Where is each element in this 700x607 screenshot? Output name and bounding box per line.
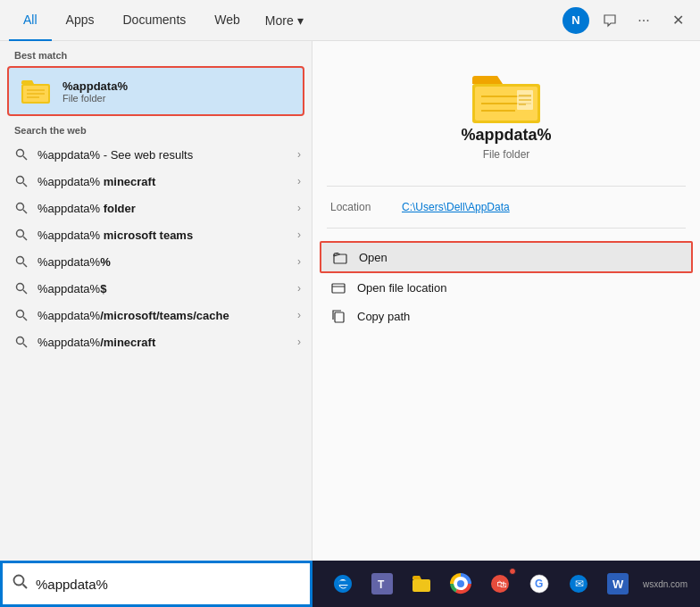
- search-icon: [14, 147, 29, 162]
- search-icon: [14, 201, 29, 215]
- list-item[interactable]: %appdata%% ›: [0, 248, 312, 275]
- taskbar-teams[interactable]: T: [364, 566, 400, 602]
- nav-controls: N ··· ✕: [562, 7, 691, 34]
- result-item-left: %appdata% minecraft: [14, 174, 155, 188]
- main-content: Best match %appdata% File folder: [0, 41, 700, 607]
- open-file-location-label: Open file location: [357, 281, 446, 295]
- right-folder-subtitle: File folder: [483, 148, 530, 161]
- svg-point-7: [17, 177, 24, 184]
- list-item[interactable]: %appdata% microsoft teams ›: [0, 221, 312, 248]
- svg-line-35: [23, 585, 28, 589]
- right-top: %appdata% File folder: [312, 41, 700, 179]
- result-text: %appdata%$: [38, 282, 106, 295]
- watermark: wsxdn.com: [643, 579, 688, 589]
- open-label: Open: [359, 251, 388, 264]
- open-file-location-action[interactable]: Open file location: [320, 273, 693, 302]
- open-icon: [332, 249, 348, 265]
- search-icon: [14, 281, 29, 295]
- tab-more[interactable]: More ▾: [254, 0, 314, 41]
- svg-rect-38: [412, 579, 430, 592]
- taskbar-google[interactable]: G: [521, 566, 557, 602]
- taskbar-mail[interactable]: ✉: [561, 566, 596, 602]
- tab-web[interactable]: Web: [200, 0, 254, 41]
- right-folder-title: %appdata%: [461, 126, 551, 145]
- list-item[interactable]: %appdata%$ ›: [0, 275, 312, 302]
- taskbar-files[interactable]: [404, 566, 439, 602]
- best-match-title: %appdata%: [62, 79, 128, 93]
- chevron-right-icon: ›: [297, 202, 301, 214]
- result-item-left: %appdata%%: [14, 254, 111, 269]
- svg-point-13: [17, 257, 24, 264]
- tab-all[interactable]: All: [9, 0, 52, 41]
- result-item-left: %appdata%$: [14, 281, 106, 295]
- tab-documents[interactable]: Documents: [108, 0, 200, 41]
- result-text: %appdata% minecraft: [38, 175, 155, 188]
- tab-apps[interactable]: Apps: [52, 0, 109, 41]
- svg-line-18: [23, 317, 27, 320]
- list-item[interactable]: %appdata%/microsoft/teams/cache ›: [0, 302, 312, 328]
- svg-line-8: [23, 183, 27, 187]
- copy-icon: [330, 308, 346, 324]
- chevron-down-icon: ▾: [297, 13, 304, 28]
- more-options-icon[interactable]: ···: [630, 7, 657, 34]
- search-input[interactable]: [36, 577, 300, 592]
- divider: [327, 228, 686, 229]
- folder-icon-large: [471, 68, 542, 126]
- taskbar-edge[interactable]: [325, 566, 361, 602]
- svg-text:W: W: [612, 578, 624, 591]
- svg-point-15: [17, 284, 24, 291]
- search-icon: [14, 174, 29, 188]
- folder-icon: [20, 75, 52, 107]
- result-item-left: %appdata%/minecraft: [14, 335, 155, 349]
- svg-point-19: [17, 337, 24, 345]
- best-match-item[interactable]: %appdata% File folder: [7, 66, 304, 116]
- location-label: Location: [330, 201, 384, 213]
- list-item[interactable]: %appdata% folder ›: [0, 195, 312, 221]
- copy-path-action[interactable]: Copy path: [320, 302, 693, 330]
- chevron-right-icon: ›: [297, 336, 301, 348]
- result-text: %appdata% microsoft teams: [38, 229, 193, 242]
- taskbar-word[interactable]: W: [600, 566, 636, 602]
- open-action[interactable]: Open: [320, 241, 693, 273]
- close-icon[interactable]: ✕: [664, 7, 691, 34]
- result-text: %appdata%/microsoft/teams/cache: [38, 309, 229, 322]
- svg-rect-33: [335, 312, 344, 322]
- result-text: %appdata%%: [38, 255, 111, 269]
- chevron-right-icon: ›: [297, 229, 301, 241]
- right-panel: %appdata% File folder Location C:\Users\…: [312, 41, 700, 607]
- location-path[interactable]: C:\Users\Dell\AppData: [402, 201, 510, 213]
- file-location-icon: [330, 279, 346, 295]
- svg-point-11: [17, 230, 24, 237]
- search-icon: [14, 254, 29, 269]
- svg-text:T: T: [378, 578, 385, 591]
- copy-path-label: Copy path: [357, 310, 410, 323]
- chevron-right-icon: ›: [297, 255, 301, 268]
- location-row: Location C:\Users\Dell\AppData: [312, 194, 700, 220]
- more-label: More: [265, 13, 294, 28]
- actions-list: Open Open file location: [312, 241, 700, 330]
- best-match-subtitle: File folder: [62, 93, 128, 104]
- feedback-icon[interactable]: [596, 7, 623, 34]
- list-item[interactable]: %appdata% - See web results ›: [0, 141, 312, 168]
- search-window: All Apps Documents Web More ▾ N ··· ✕ Be…: [0, 0, 700, 607]
- search-icon: [14, 308, 29, 322]
- best-match-text: %appdata% File folder: [62, 79, 128, 104]
- divider: [327, 186, 686, 187]
- top-nav: All Apps Documents Web More ▾ N ··· ✕: [0, 0, 700, 41]
- taskbar-store[interactable]: 🛍: [482, 566, 518, 602]
- list-item[interactable]: %appdata% minecraft ›: [0, 168, 312, 195]
- search-bar-area[interactable]: [0, 561, 312, 607]
- web-section-label: Search the web: [0, 116, 312, 141]
- svg-text:G: G: [535, 578, 543, 590]
- result-text: %appdata% folder: [38, 202, 136, 215]
- result-item-left: %appdata%/microsoft/teams/cache: [14, 308, 229, 322]
- avatar[interactable]: N: [562, 7, 589, 34]
- svg-point-5: [17, 150, 24, 157]
- chevron-right-icon: ›: [297, 309, 301, 321]
- chevron-right-icon: ›: [297, 175, 301, 187]
- taskbar-chrome[interactable]: [443, 566, 479, 602]
- search-icon: [14, 228, 29, 242]
- result-text: %appdata%/minecraft: [38, 336, 155, 349]
- list-item[interactable]: %appdata%/minecraft ›: [0, 328, 312, 355]
- svg-point-41: [457, 580, 464, 587]
